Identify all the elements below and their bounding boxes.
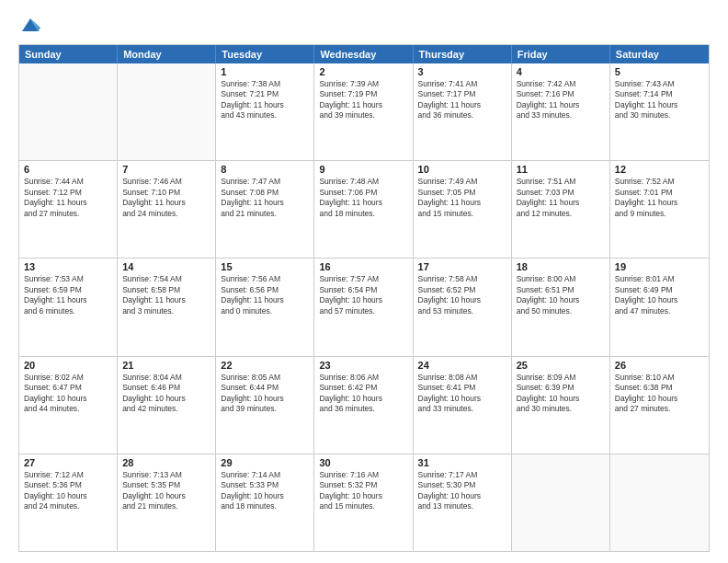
cell-info-line: and 6 minutes. [24,306,112,316]
calendar-row-4: 20Sunrise: 8:02 AMSunset: 6:47 PMDayligh… [19,356,709,454]
calendar-body: 1Sunrise: 7:38 AMSunset: 7:21 PMDaylight… [19,63,709,551]
cell-info-line: Daylight: 10 hours [418,295,506,305]
day-cell-13: 13Sunrise: 7:53 AMSunset: 6:59 PMDayligh… [19,259,118,355]
day-cell-6: 6Sunrise: 7:44 AMSunset: 7:12 PMDaylight… [19,161,118,258]
cell-info-line: Sunset: 5:30 PM [418,480,506,490]
day-number: 17 [418,261,506,272]
day-cell-16: 16Sunrise: 7:57 AMSunset: 6:54 PMDayligh… [314,259,413,355]
cell-info-line: Daylight: 11 hours [221,198,309,208]
cell-info-line: Daylight: 11 hours [517,100,605,110]
cell-info-line: Sunset: 6:58 PM [122,285,210,295]
cell-info-line: Daylight: 10 hours [122,394,210,404]
cell-info-line: and 18 minutes. [221,501,309,511]
cell-info-line: Daylight: 10 hours [517,295,605,305]
day-header-tuesday: Tuesday [216,45,314,63]
day-cell-14: 14Sunrise: 7:54 AMSunset: 6:58 PMDayligh… [118,259,216,355]
calendar-row-5: 27Sunrise: 7:12 AMSunset: 5:36 PMDayligh… [19,454,709,551]
cell-info-line: Sunset: 7:19 PM [319,89,407,99]
cell-info-line: Sunset: 6:54 PM [319,285,407,295]
cell-info-line: Sunset: 6:51 PM [517,285,605,295]
cell-info-line: Daylight: 11 hours [122,198,210,208]
day-cell-18: 18Sunrise: 8:00 AMSunset: 6:51 PMDayligh… [512,259,610,355]
empty-cell [610,454,709,551]
cell-info-line: and 15 minutes. [319,501,407,511]
cell-info-line: and 12 minutes. [517,209,605,219]
cell-info-line: Daylight: 10 hours [319,491,407,501]
cell-info-line: Daylight: 11 hours [24,198,112,208]
day-cell-8: 8Sunrise: 7:47 AMSunset: 7:08 PMDaylight… [216,161,314,258]
cell-info-line: Sunrise: 7:38 AM [221,79,309,89]
cell-info-line: and 33 minutes. [517,110,605,121]
cell-info-line: Daylight: 10 hours [24,491,112,501]
cell-info-line: Sunrise: 8:06 AM [319,373,407,383]
cell-info-line: Sunrise: 7:16 AM [319,470,407,480]
cell-info-line: and 43 minutes. [221,110,309,121]
day-number: 3 [418,66,506,77]
day-number: 10 [418,164,506,175]
day-cell-3: 3Sunrise: 7:41 AMSunset: 7:17 PMDaylight… [414,63,512,160]
cell-info-line: Sunrise: 7:13 AM [122,470,210,480]
cell-info-line: Daylight: 10 hours [221,394,309,404]
day-number: 7 [122,164,210,175]
day-number: 14 [122,261,210,272]
cell-info-line: and 36 minutes. [319,404,407,414]
cell-info-line: and 42 minutes. [122,404,210,414]
cell-info-line: and 3 minutes. [122,306,210,316]
cell-info-line: and 53 minutes. [418,306,506,316]
day-header-sunday: Sunday [19,45,118,63]
cell-info-line: Sunrise: 8:10 AM [615,373,704,383]
day-cell-30: 30Sunrise: 7:16 AMSunset: 5:32 PMDayligh… [314,454,413,551]
day-cell-29: 29Sunrise: 7:14 AMSunset: 5:33 PMDayligh… [216,454,314,551]
logo [18,15,40,35]
cell-info-line: Daylight: 11 hours [24,295,112,305]
day-number: 11 [517,164,605,175]
day-cell-15: 15Sunrise: 7:56 AMSunset: 6:56 PMDayligh… [216,259,314,355]
cell-info-line: Sunrise: 7:46 AM [122,177,210,187]
day-number: 12 [615,164,704,175]
day-number: 5 [615,66,704,77]
day-number: 20 [24,360,112,371]
cell-info-line: Sunrise: 7:42 AM [517,79,605,89]
cell-info-line: Sunrise: 7:41 AM [418,79,506,89]
cell-info-line: Daylight: 11 hours [319,100,407,110]
cell-info-line: and 36 minutes. [418,110,506,121]
cell-info-line: Sunrise: 7:58 AM [418,274,506,284]
cell-info-line: Sunset: 7:03 PM [517,188,605,198]
cell-info-line: Sunrise: 7:52 AM [615,177,704,187]
day-number: 2 [319,66,407,77]
day-number: 19 [615,261,704,272]
cell-info-line: Sunset: 6:39 PM [517,383,605,393]
cell-info-line: Daylight: 10 hours [122,491,210,501]
day-cell-24: 24Sunrise: 8:08 AMSunset: 6:41 PMDayligh… [414,357,512,454]
cell-info-line: and 18 minutes. [319,209,407,219]
cell-info-line: Sunrise: 7:14 AM [221,470,309,480]
cell-info-line: Sunrise: 7:44 AM [24,177,112,187]
day-cell-7: 7Sunrise: 7:46 AMSunset: 7:10 PMDaylight… [118,161,216,258]
cell-info-line: and 13 minutes. [418,501,506,511]
day-cell-20: 20Sunrise: 8:02 AMSunset: 6:47 PMDayligh… [19,357,118,454]
day-number: 22 [221,360,309,371]
day-number: 8 [221,164,309,175]
day-header-saturday: Saturday [610,45,709,63]
day-cell-22: 22Sunrise: 8:05 AMSunset: 6:44 PMDayligh… [216,357,314,454]
day-cell-26: 26Sunrise: 8:10 AMSunset: 6:38 PMDayligh… [610,357,709,454]
cell-info-line: Daylight: 11 hours [122,295,210,305]
day-number: 27 [24,457,112,468]
cell-info-line: and 50 minutes. [517,306,605,316]
day-number: 13 [24,261,112,272]
cell-info-line: Sunrise: 7:17 AM [418,470,506,480]
day-number: 29 [221,457,309,468]
day-cell-11: 11Sunrise: 7:51 AMSunset: 7:03 PMDayligh… [512,161,610,258]
day-number: 28 [122,457,210,468]
cell-info-line: Sunset: 6:44 PM [221,383,309,393]
cell-info-line: Daylight: 11 hours [418,100,506,110]
day-number: 1 [221,66,309,77]
calendar-row-3: 13Sunrise: 7:53 AMSunset: 6:59 PMDayligh… [19,258,709,355]
day-cell-17: 17Sunrise: 7:58 AMSunset: 6:52 PMDayligh… [414,259,512,355]
cell-info-line: Sunrise: 7:56 AM [221,274,309,284]
cell-info-line: Sunrise: 8:00 AM [517,274,605,284]
cell-info-line: Sunset: 7:08 PM [221,188,309,198]
cell-info-line: Sunset: 7:05 PM [418,188,506,198]
cell-info-line: Daylight: 10 hours [615,295,704,305]
day-cell-2: 2Sunrise: 7:39 AMSunset: 7:19 PMDaylight… [314,63,413,160]
